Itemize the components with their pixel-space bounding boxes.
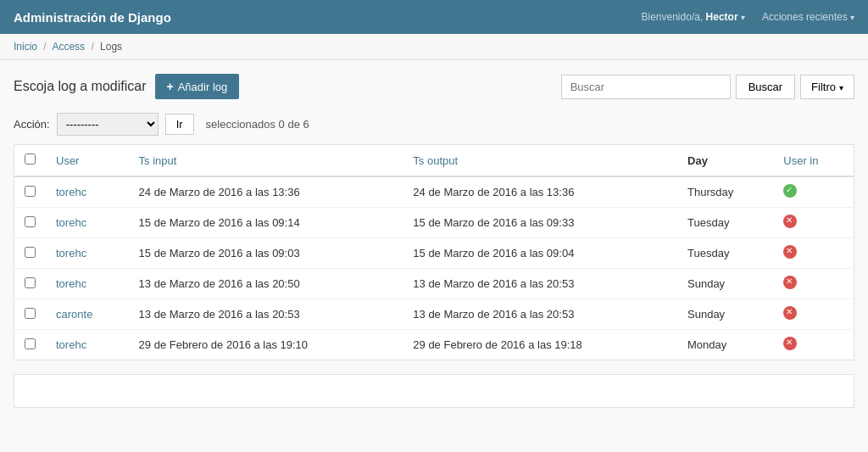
row-user-in [773, 269, 854, 299]
header-ts-input: Ts input [129, 145, 403, 177]
row-day: Thursday [677, 176, 773, 208]
user-link[interactable]: torehc [56, 186, 86, 198]
row-ts-input: 13 de Marzo de 2016 a las 20:50 [129, 269, 403, 299]
row-ts-output: 13 de Marzo de 2016 a las 20:53 [403, 269, 677, 299]
row-user-in [773, 238, 854, 269]
action-bar-right: Buscar Filtro [561, 75, 854, 99]
breadcrumb-sep-1: / [43, 41, 46, 53]
breadcrumb-inicio[interactable]: Inicio [14, 41, 37, 53]
user-menu-toggle[interactable] [741, 11, 745, 23]
header-user-in: User in [773, 145, 854, 177]
header-checkbox-col [14, 145, 47, 177]
action-label: Acción: [14, 118, 50, 131]
false-icon [783, 245, 797, 259]
filter-button[interactable]: Filtro [800, 75, 854, 99]
action-bar-left: Escoja log a modificar + Añadir log [14, 74, 239, 99]
row-checkbox-cell [14, 330, 47, 360]
filter-label: Filtro [811, 81, 836, 93]
row-user: torehc [46, 238, 129, 269]
table-row: torehc13 de Marzo de 2016 a las 20:5013 … [14, 269, 854, 299]
row-ts-output: 29 de Febrero de 2016 a las 19:18 [403, 330, 677, 360]
row-checkbox[interactable] [25, 277, 36, 288]
user-link[interactable]: caronte [56, 308, 92, 321]
row-day: Sunday [677, 299, 773, 330]
top-nav-right: Bienvenido/a, Hector Acciones recientes [642, 11, 855, 23]
row-user: torehc [46, 208, 129, 238]
row-user-in [773, 299, 854, 330]
row-user: torehc [46, 176, 129, 208]
selected-count: seleccionados 0 de 6 [206, 118, 309, 131]
false-icon [783, 215, 797, 228]
header-user-in-link[interactable]: User in [783, 154, 818, 167]
row-checkbox-cell [14, 208, 47, 238]
header-user-link[interactable]: User [56, 154, 79, 167]
search-button[interactable]: Buscar [736, 75, 795, 99]
user-link[interactable]: torehc [56, 338, 86, 351]
row-checkbox[interactable] [25, 308, 36, 319]
row-checkbox-cell [14, 238, 47, 269]
breadcrumb-sep-2: / [91, 41, 93, 53]
row-user: caronte [46, 299, 129, 330]
row-ts-input: 13 de Marzo de 2016 a las 20:53 [129, 299, 403, 330]
header-ts-input-link[interactable]: Ts input [139, 154, 177, 167]
go-button[interactable]: Ir [165, 114, 194, 135]
breadcrumb-access[interactable]: Access [52, 41, 85, 53]
row-ts-output: 15 de Marzo de 2016 a las 09:04 [403, 238, 677, 269]
search-input[interactable] [561, 75, 731, 99]
table-row: torehc24 de Marzo de 2016 a las 13:3624 … [14, 176, 854, 208]
select-all-checkbox[interactable] [25, 153, 36, 165]
row-user-in [773, 208, 854, 238]
action-row: Acción: --------- Ir seleccionados 0 de … [14, 113, 854, 136]
row-ts-input: 24 de Marzo de 2016 a las 13:36 [129, 176, 403, 208]
row-user: torehc [46, 269, 129, 299]
breadcrumb: Inicio / Access / Logs [0, 34, 868, 60]
row-ts-input: 15 de Marzo de 2016 a las 09:14 [129, 208, 403, 238]
user-link[interactable]: torehc [56, 216, 86, 229]
row-ts-input: 29 de Febrero de 2016 a las 19:10 [129, 330, 403, 360]
row-checkbox[interactable] [25, 216, 36, 227]
main-content: Escoja log a modificar + Añadir log Busc… [0, 60, 868, 421]
add-log-label: Añadir log [178, 81, 228, 93]
true-icon [783, 184, 797, 198]
welcome-text: Bienvenido/a, Hector [642, 11, 745, 23]
row-checkbox[interactable] [25, 247, 36, 258]
action-select[interactable]: --------- [57, 113, 159, 136]
filter-chevron-icon [839, 81, 843, 93]
user-link[interactable]: torehc [56, 247, 86, 259]
page-title: Escoja log a modificar [14, 79, 147, 94]
row-day: Monday [677, 330, 773, 360]
table-row: caronte13 de Marzo de 2016 a las 20:5313… [14, 299, 854, 330]
row-checkbox-cell [14, 299, 47, 330]
breadcrumb-current: Logs [100, 41, 122, 53]
user-link[interactable]: torehc [56, 277, 86, 290]
header-user: User [46, 145, 129, 177]
logs-table: User Ts input Ts output Day User in tore… [14, 144, 854, 360]
table-header-row: User Ts input Ts output Day User in [14, 145, 854, 177]
username: Hector [706, 11, 738, 23]
row-day: Sunday [677, 269, 773, 299]
add-log-button[interactable]: + Añadir log [155, 74, 240, 99]
row-user-in [773, 176, 854, 208]
table-row: torehc15 de Marzo de 2016 a las 09:0315 … [14, 238, 854, 269]
footer-area [14, 374, 854, 408]
header-ts-output: Ts output [403, 145, 677, 177]
brand-title: Administración de Django [14, 10, 171, 25]
false-icon [783, 337, 797, 350]
header-ts-output-link[interactable]: Ts output [413, 154, 458, 167]
row-checkbox-cell [14, 176, 47, 208]
row-ts-output: 24 de Marzo de 2016 a las 13:36 [403, 176, 677, 208]
row-checkbox[interactable] [25, 338, 36, 349]
false-icon [783, 276, 797, 289]
row-ts-output: 13 de Marzo de 2016 a las 20:53 [403, 299, 677, 330]
header-day: Day [677, 145, 773, 177]
row-checkbox[interactable] [25, 186, 36, 197]
row-checkbox-cell [14, 269, 47, 299]
table-row: torehc29 de Febrero de 2016 a las 19:102… [14, 330, 854, 360]
recent-actions-toggle[interactable]: Acciones recientes [762, 11, 854, 23]
recent-actions-chevron [850, 11, 854, 23]
row-user: torehc [46, 330, 129, 360]
table-row: torehc15 de Marzo de 2016 a las 09:1415 … [14, 208, 854, 238]
row-ts-output: 15 de Marzo de 2016 a las 09:33 [403, 208, 677, 238]
plus-icon: + [167, 80, 174, 93]
row-user-in [773, 330, 854, 360]
